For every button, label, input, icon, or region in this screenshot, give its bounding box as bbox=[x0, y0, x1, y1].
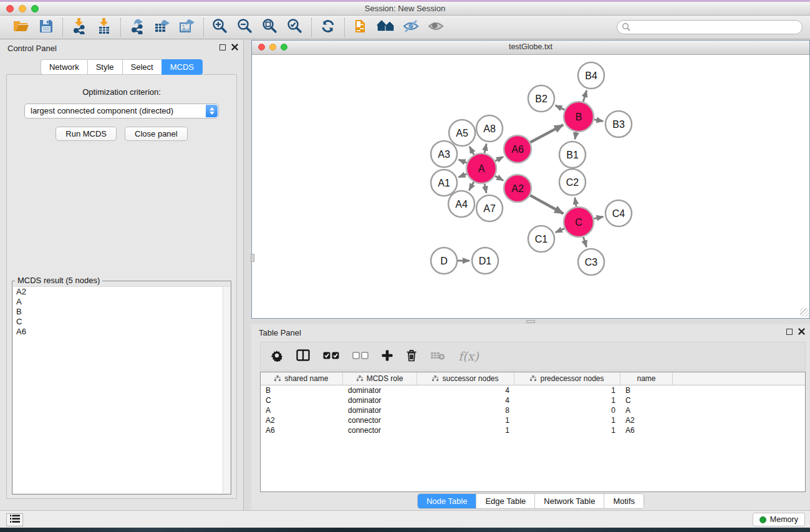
mcds-result-item[interactable]: C bbox=[13, 317, 230, 327]
graph-edge-A-A6[interactable] bbox=[495, 157, 503, 161]
minimize-window-button[interactable] bbox=[19, 5, 26, 12]
optimization-select[interactable]: largest connected component (directed) bbox=[24, 104, 219, 118]
tab-node-table[interactable]: Node Table bbox=[418, 494, 477, 508]
function-builder-button[interactable]: f(x) bbox=[458, 349, 479, 363]
table-cell[interactable]: B bbox=[261, 386, 343, 395]
float-panel-icon[interactable] bbox=[219, 44, 226, 51]
network-close-button[interactable] bbox=[258, 44, 265, 51]
graph-edge-A-A4[interactable] bbox=[469, 182, 474, 190]
tab-edge-table[interactable]: Edge Table bbox=[476, 494, 535, 508]
table-cell[interactable]: 1 bbox=[514, 396, 620, 405]
zoom-out-button[interactable] bbox=[236, 18, 254, 37]
table-cell[interactable]: connector bbox=[343, 426, 417, 435]
graph-edge-C-C2[interactable] bbox=[575, 198, 576, 207]
show-elements-button[interactable] bbox=[427, 18, 445, 37]
zoom-in-button[interactable] bbox=[211, 18, 229, 37]
graph-edge-A-A8[interactable] bbox=[485, 143, 486, 153]
graph-edge-A-A5[interactable] bbox=[470, 147, 474, 155]
tab-motifs[interactable]: Motifs bbox=[604, 494, 644, 508]
column-header-shared-name[interactable]: shared name bbox=[261, 372, 343, 385]
run-mcds-button[interactable]: Run MCDS bbox=[55, 127, 117, 141]
resize-grip[interactable] bbox=[800, 308, 809, 317]
tab-mcds[interactable]: MCDS bbox=[162, 59, 203, 75]
column-header-name[interactable]: name bbox=[620, 372, 673, 385]
graph-edge-C-C3[interactable] bbox=[583, 237, 586, 247]
column-header-mcds-role[interactable]: MCDS role bbox=[343, 372, 417, 385]
save-session-button[interactable] bbox=[37, 18, 55, 37]
network-window-titlebar[interactable]: testGlobe.txt bbox=[252, 41, 809, 55]
delete-table-button[interactable] bbox=[430, 351, 445, 362]
table-cell[interactable]: 1 bbox=[514, 426, 620, 435]
table-settings-button[interactable] bbox=[271, 349, 283, 364]
table-cell[interactable]: 1 bbox=[514, 416, 620, 425]
table-cell[interactable]: A6 bbox=[261, 426, 343, 435]
table-cell[interactable]: 4 bbox=[417, 396, 514, 405]
import-network-button[interactable] bbox=[70, 18, 89, 37]
network-zoom-button[interactable] bbox=[281, 44, 287, 51]
deselect-all-columns-button[interactable] bbox=[352, 352, 369, 361]
table-cell[interactable]: connector bbox=[343, 416, 417, 425]
table-cell[interactable]: 4 bbox=[417, 386, 514, 395]
graph-edge-A-A3[interactable] bbox=[458, 160, 466, 163]
delete-column-button[interactable] bbox=[406, 349, 417, 364]
table-cell[interactable]: dominator bbox=[343, 396, 417, 405]
graph-edge-A6-B[interactable] bbox=[530, 125, 563, 142]
export-network-button[interactable] bbox=[128, 18, 147, 37]
table-cell[interactable]: C bbox=[620, 396, 673, 405]
close-panel-button[interactable]: Close panel bbox=[125, 127, 188, 141]
status-list-button[interactable] bbox=[6, 513, 23, 526]
export-image-button[interactable] bbox=[178, 18, 196, 37]
graph-edge-C-C4[interactable] bbox=[594, 216, 603, 218]
hide-elements-button[interactable] bbox=[402, 18, 420, 37]
close-table-panel-icon[interactable] bbox=[798, 328, 805, 335]
open-session-button[interactable] bbox=[12, 18, 31, 37]
table-cell[interactable]: 8 bbox=[417, 406, 514, 415]
table-cell[interactable]: A6 bbox=[620, 426, 673, 435]
tab-network-table[interactable]: Network Table bbox=[535, 494, 604, 508]
table-cell[interactable]: B bbox=[620, 386, 673, 395]
create-column-button[interactable] bbox=[382, 350, 393, 363]
network-canvas[interactable]: AA1A2A3A4A5A6A7A8BB1B2B3B4CC1C2C3C4DD1 bbox=[252, 55, 809, 317]
graph-edge-C-C1[interactable] bbox=[556, 228, 564, 232]
graph-edge-A-A1[interactable] bbox=[458, 174, 466, 177]
table-row[interactable]: Adominator80A bbox=[261, 405, 805, 415]
zoom-window-button[interactable] bbox=[31, 5, 39, 12]
table-cell[interactable]: A bbox=[620, 406, 673, 415]
zoom-selected-button[interactable] bbox=[286, 18, 304, 37]
column-header-successor-nodes[interactable]: successor nodes bbox=[417, 372, 514, 385]
table-cell[interactable]: A2 bbox=[620, 416, 673, 425]
table-cell[interactable]: A bbox=[261, 406, 343, 415]
export-table-button[interactable] bbox=[153, 18, 171, 37]
column-header-predecessor-nodes[interactable]: predecessor nodes bbox=[514, 372, 620, 385]
table-cell[interactable]: dominator bbox=[343, 386, 417, 395]
graph-edge-B-B2[interactable] bbox=[556, 105, 565, 110]
table-row[interactable]: A2connector11A2 bbox=[261, 415, 805, 425]
refresh-view-button[interactable] bbox=[319, 18, 337, 37]
search-input[interactable] bbox=[617, 20, 803, 34]
select-all-columns-button[interactable] bbox=[323, 352, 339, 361]
zoom-fit-button[interactable] bbox=[261, 18, 279, 37]
table-cell[interactable]: C bbox=[261, 396, 343, 405]
mcds-result-item[interactable]: A6 bbox=[13, 327, 230, 337]
table-cell[interactable]: dominator bbox=[343, 406, 417, 415]
network-minimize-button[interactable] bbox=[269, 44, 276, 51]
show-columns-button[interactable] bbox=[296, 349, 310, 363]
close-panel-icon[interactable] bbox=[231, 44, 238, 51]
graph-edge-A-A2[interactable] bbox=[495, 176, 503, 180]
mcds-result-item[interactable]: B bbox=[13, 307, 230, 317]
close-window-button[interactable] bbox=[6, 5, 14, 12]
result-scrollbar[interactable] bbox=[223, 287, 230, 493]
mcds-result-item[interactable]: A2 bbox=[13, 287, 230, 297]
graph-edge-B-B4[interactable] bbox=[583, 90, 586, 102]
tab-style[interactable]: Style bbox=[87, 59, 122, 75]
memory-button[interactable]: Memory bbox=[753, 513, 805, 526]
vertical-splitter-handle[interactable] bbox=[251, 254, 254, 262]
tab-network[interactable]: Network bbox=[41, 59, 87, 75]
import-table-button[interactable] bbox=[95, 18, 113, 37]
horizontal-splitter-handle[interactable] bbox=[526, 320, 535, 323]
home-networks-button[interactable] bbox=[377, 18, 395, 37]
graph-edge-B-B1[interactable] bbox=[575, 132, 576, 140]
table-row[interactable]: Bdominator41B bbox=[261, 385, 805, 395]
table-cell[interactable]: 1 bbox=[514, 386, 620, 395]
network-from-file-button[interactable] bbox=[352, 18, 370, 37]
